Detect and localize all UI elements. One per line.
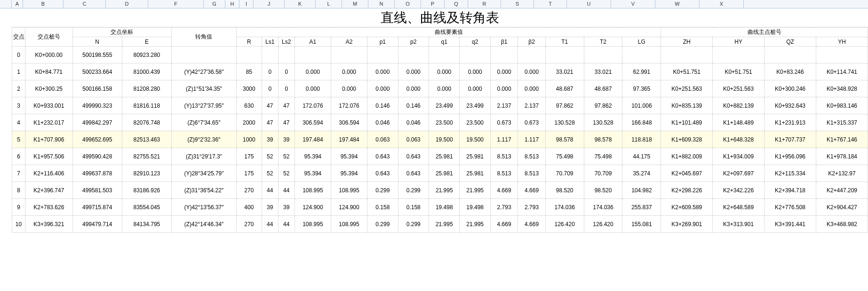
- cell-q2[interactable]: 25.981: [460, 165, 490, 182]
- cell-ls1[interactable]: 44: [262, 216, 278, 233]
- cell-ls1[interactable]: 52: [262, 148, 278, 165]
- cell-zh[interactable]: K1+232.017: [25, 114, 73, 131]
- cell-p2[interactable]: 0.643: [398, 148, 429, 165]
- cell-r[interactable]: 400: [236, 199, 262, 216]
- column-letter[interactable]: S: [501, 0, 534, 8]
- column-letter[interactable]: Q: [445, 0, 468, 8]
- cell-zh[interactable]: K0+933.001: [25, 97, 73, 114]
- cell-r[interactable]: [236, 47, 262, 63]
- cell-hy[interactable]: K2+097.697: [713, 165, 764, 182]
- cell-i[interactable]: 10: [12, 216, 25, 233]
- table-row[interactable]: 9K2+783.626499715.87483554.045(Y)42°13'5…: [12, 199, 868, 216]
- cell-r[interactable]: 630: [236, 97, 262, 114]
- column-letter[interactable]: A: [12, 0, 23, 8]
- cell-r[interactable]: 175: [236, 165, 262, 182]
- cell-qz[interactable]: K2+394.718: [764, 182, 816, 199]
- cell-q2[interactable]: 0.000: [460, 63, 490, 80]
- cell-zh[interactable]: K1+957.506: [25, 148, 73, 165]
- table-row[interactable]: 0K0+000.00500198.55580923.280: [12, 47, 868, 63]
- cell-qz[interactable]: K2+776.508: [764, 199, 816, 216]
- cell-n[interactable]: 499652.695: [72, 131, 122, 148]
- cell-p1[interactable]: 0.000: [367, 80, 398, 97]
- cell-yh[interactable]: K2+447.209: [816, 182, 868, 199]
- cell-hy[interactable]: K3+313.901: [713, 216, 764, 233]
- cell-r[interactable]: 270: [236, 216, 262, 233]
- cell-a2[interactable]: 172.076: [331, 97, 367, 114]
- cell-b1[interactable]: [490, 47, 518, 63]
- cell-ls1[interactable]: [262, 47, 278, 63]
- cell-e[interactable]: 81000.439: [122, 63, 171, 80]
- cell-q2[interactable]: [460, 47, 490, 63]
- cell-b2[interactable]: 4.669: [518, 182, 545, 199]
- cell-ls2[interactable]: 52: [278, 165, 295, 182]
- cell-lg[interactable]: 255.837: [622, 199, 661, 216]
- cell-b2[interactable]: 8.513: [518, 148, 545, 165]
- cell-b1[interactable]: 2.137: [490, 97, 518, 114]
- cell-lg[interactable]: [622, 47, 661, 63]
- cell-yh[interactable]: K0+114.741: [816, 63, 868, 80]
- cell-lg[interactable]: 104.982: [622, 182, 661, 199]
- cell-qz[interactable]: K0+300.246: [764, 80, 816, 97]
- cell-a1[interactable]: 95.394: [295, 148, 331, 165]
- cell-qz[interactable]: K0+932.643: [764, 97, 816, 114]
- cell-lg[interactable]: 155.081: [622, 216, 661, 233]
- cell-ls2[interactable]: 47: [278, 114, 295, 131]
- cell-i[interactable]: 2: [12, 80, 25, 97]
- cell-yh[interactable]: K1+315.337: [816, 114, 868, 131]
- cell-ang[interactable]: [171, 47, 236, 63]
- cell-e[interactable]: 82910.123: [122, 165, 171, 182]
- cell-yh[interactable]: K1+767.146: [816, 131, 868, 148]
- cell-zh[interactable]: K1+882.009: [661, 148, 713, 165]
- cell-ls1[interactable]: 0: [262, 80, 278, 97]
- cell-b1[interactable]: 8.513: [490, 148, 518, 165]
- cell-i[interactable]: 3: [12, 97, 25, 114]
- cell-yh[interactable]: K3+468.982: [816, 216, 868, 233]
- cell-ls1[interactable]: 47: [262, 97, 278, 114]
- cell-ls2[interactable]: 39: [278, 131, 295, 148]
- cell-ls1[interactable]: 39: [262, 199, 278, 216]
- cell-b2[interactable]: [518, 47, 545, 63]
- cell-q2[interactable]: 19.500: [460, 131, 490, 148]
- cell-zh[interactable]: K0+300.25: [25, 80, 73, 97]
- cell-t1[interactable]: 75.498: [545, 148, 584, 165]
- cell-a2[interactable]: 108.995: [331, 216, 367, 233]
- column-letter[interactable]: V: [611, 0, 655, 8]
- cell-b2[interactable]: 2.137: [518, 97, 545, 114]
- cell-zh[interactable]: K0+000.00: [25, 47, 73, 63]
- cell-lg[interactable]: 35.274: [622, 165, 661, 182]
- column-letter[interactable]: R: [468, 0, 501, 8]
- cell-hy[interactable]: K0+251.563: [713, 80, 764, 97]
- cell-zh[interactable]: K1+707.906: [25, 131, 73, 148]
- cell-ang[interactable]: (Z)1°51'34.35″: [171, 80, 236, 97]
- cell-r[interactable]: 270: [236, 182, 262, 199]
- cell-t2[interactable]: 97.862: [584, 97, 622, 114]
- cell-zh[interactable]: K0+251.563: [661, 80, 713, 97]
- cell-a2[interactable]: 0.000: [331, 80, 367, 97]
- cell-a1[interactable]: 172.076: [295, 97, 331, 114]
- cell-zh[interactable]: [661, 47, 713, 63]
- cell-t2[interactable]: 75.498: [584, 148, 622, 165]
- cell-ls2[interactable]: 47: [278, 97, 295, 114]
- cell-i[interactable]: 9: [12, 199, 25, 216]
- cell-r[interactable]: 85: [236, 63, 262, 80]
- cell-a1[interactable]: 108.995: [295, 182, 331, 199]
- column-letter[interactable]: C: [64, 0, 106, 8]
- cell-zh[interactable]: K2+298.226: [661, 182, 713, 199]
- cell-b1[interactable]: 0.673: [490, 114, 518, 131]
- cell-a2[interactable]: 197.484: [331, 131, 367, 148]
- cell-n[interactable]: 500166.158: [72, 80, 122, 97]
- cell-zh[interactable]: K2+116.406: [25, 165, 73, 182]
- cell-qz[interactable]: K1+231.913: [764, 114, 816, 131]
- cell-b2[interactable]: 2.793: [518, 199, 545, 216]
- cell-ang[interactable]: (Z)6°7'34.65″: [171, 114, 236, 131]
- column-letter[interactable]: W: [655, 0, 700, 8]
- cell-q1[interactable]: 0.000: [429, 63, 460, 80]
- cell-a1[interactable]: 108.995: [295, 216, 331, 233]
- cell-e[interactable]: 84134.795: [122, 216, 171, 233]
- cell-ang[interactable]: (Z)9°2'32.36″: [171, 131, 236, 148]
- cell-i[interactable]: 1: [12, 63, 25, 80]
- cell-e[interactable]: 83554.045: [122, 199, 171, 216]
- column-letter[interactable]: B: [23, 0, 64, 8]
- cell-ang[interactable]: (Y)13°27'37.95″: [171, 97, 236, 114]
- cell-ang[interactable]: (Y)42°13'56.37″: [171, 199, 236, 216]
